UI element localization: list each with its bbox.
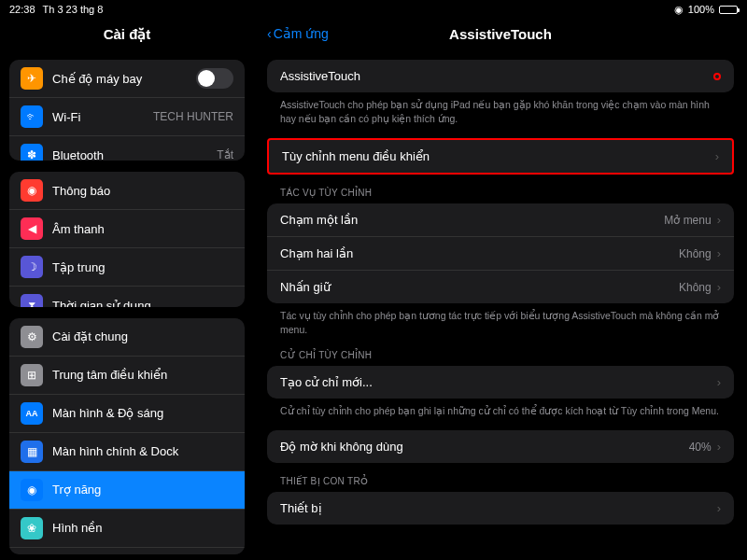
detail-header: ‹ Cảm ứng AssistiveTouch — [254, 19, 747, 49]
chevron-right-icon: › — [717, 213, 721, 227]
section-header-custom-actions: TÁC VỤ TÙY CHỈNH — [267, 175, 734, 202]
sidebar-item-general[interactable]: ⚙Cài đặt chung — [9, 318, 245, 357]
gestures-desc: Cử chỉ tùy chỉnh cho phép bạn ghi lại nh… — [267, 399, 734, 418]
aa-icon: AA — [21, 402, 43, 425]
sidebar-item-airplane[interactable]: ✈ Chế độ máy bay — [9, 60, 245, 98]
customize-menu-group: Tùy chỉnh menu điều khiển › — [267, 138, 734, 175]
gestures-group: Tạo cử chỉ mới...› — [267, 366, 734, 399]
section-header-pointer: THIẾT BỊ CON TRỎ — [267, 463, 734, 490]
grid-icon: ▦ — [21, 441, 43, 463]
chevron-right-icon: › — [717, 280, 721, 294]
sidebar-item-bluetooth[interactable]: ✽ Bluetooth Tắt — [9, 136, 245, 161]
pointer-group: Thiết bị› — [267, 492, 734, 525]
bluetooth-icon: ✽ — [21, 144, 43, 161]
sidebar-item-screentime[interactable]: ⧗Thời gian sử dụng — [9, 287, 245, 306]
sidebar-item-wifi[interactable]: ᯤ Wi-Fi TECH HUNTER — [9, 98, 245, 136]
sidebar: Cài đặt ✈ Chế độ máy bay ᯤ Wi-Fi TECH HU… — [0, 19, 254, 560]
sidebar-group-2: ◉Thông báo ◀Âm thanh ☽Tập trung ⧗Thời gi… — [9, 172, 245, 306]
chevron-right-icon: › — [717, 501, 721, 515]
idle-opacity-row[interactable]: Độ mờ khi không dùng40%› — [267, 430, 734, 463]
sidebar-item-display[interactable]: AAMàn hình & Độ sáng — [9, 395, 245, 433]
sidebar-item-sounds[interactable]: ◀Âm thanh — [9, 210, 245, 248]
new-gesture-row[interactable]: Tạo cử chỉ mới...› — [267, 366, 734, 399]
wifi-icon: ᯤ — [21, 105, 43, 128]
sidebar-group-1: ✈ Chế độ máy bay ᯤ Wi-Fi TECH HUNTER ✽ B… — [9, 60, 245, 161]
long-press-row[interactable]: Nhấn giữKhông› — [267, 271, 734, 303]
chevron-right-icon: › — [717, 440, 721, 454]
sidebar-item-control-center[interactable]: ⊞Trung tâm điều khiển — [9, 357, 245, 395]
switches-icon: ⊞ — [21, 364, 43, 386]
sidebar-title: Cài đặt — [0, 19, 254, 54]
sidebar-item-homescreen[interactable]: ▦Màn hình chính & Dock — [9, 433, 245, 471]
chevron-right-icon: › — [717, 375, 721, 389]
chevron-right-icon: › — [715, 149, 719, 163]
devices-row[interactable]: Thiết bị› — [267, 492, 734, 525]
assistivetouch-row[interactable]: AssistiveTouch — [267, 60, 734, 92]
sidebar-item-accessibility[interactable]: ◉Trợ năng — [9, 471, 245, 510]
airplane-toggle[interactable] — [196, 68, 233, 89]
sidebar-item-wallpaper[interactable]: ❀Hình nền — [9, 510, 245, 548]
status-time: 22:38 — [9, 4, 35, 15]
battery-icon — [719, 6, 738, 14]
status-bar: 22:38 Th 3 23 thg 8 ◉ 100% — [0, 0, 747, 19]
chevron-left-icon: ‹ — [267, 26, 272, 41]
wifi-icon: ◉ — [674, 4, 684, 16]
moon-icon: ☽ — [21, 256, 43, 278]
detail-title: AssistiveTouch — [449, 26, 552, 42]
custom-actions-desc: Tác vụ tùy chỉnh cho phép bạn tương tác … — [267, 303, 734, 336]
sidebar-item-focus[interactable]: ☽Tập trung — [9, 248, 245, 287]
flower-icon: ❀ — [21, 517, 43, 539]
assistivetouch-toggle-group: AssistiveTouch — [267, 60, 734, 92]
chevron-right-icon: › — [717, 246, 721, 260]
airplane-icon: ✈ — [21, 67, 43, 90]
speaker-icon: ◀ — [21, 217, 43, 240]
custom-actions-group: Chạm một lầnMở menu› Chạm hai lầnKhông› … — [267, 203, 734, 303]
gear-icon: ⚙ — [21, 326, 43, 348]
opacity-group: Độ mờ khi không dùng40%› — [267, 430, 734, 463]
sidebar-item-siri[interactable]: ◐Siri & Tìm kiếm — [9, 548, 245, 554]
assistivetouch-desc: AssistiveTouch cho phép bạn sử dụng iPad… — [267, 92, 734, 125]
status-date: Th 3 23 thg 8 — [43, 4, 104, 15]
single-tap-row[interactable]: Chạm một lầnMở menu› — [267, 203, 734, 237]
battery-percent: 100% — [688, 4, 714, 15]
detail-panel: ‹ Cảm ứng AssistiveTouch AssistiveTouch … — [254, 19, 747, 560]
hourglass-icon: ⧗ — [21, 294, 43, 306]
sidebar-group-3: ⚙Cài đặt chung ⊞Trung tâm điều khiển AAM… — [9, 318, 245, 554]
bell-icon: ◉ — [21, 179, 43, 202]
back-button[interactable]: ‹ Cảm ứng — [267, 26, 329, 41]
sidebar-item-notifications[interactable]: ◉Thông báo — [9, 172, 245, 210]
double-tap-row[interactable]: Chạm hai lầnKhông› — [267, 237, 734, 271]
section-header-gestures: CỬ CHỈ TÙY CHỈNH — [267, 337, 734, 364]
accessibility-icon: ◉ — [21, 479, 43, 501]
customize-menu-row[interactable]: Tùy chỉnh menu điều khiển › — [269, 140, 732, 173]
